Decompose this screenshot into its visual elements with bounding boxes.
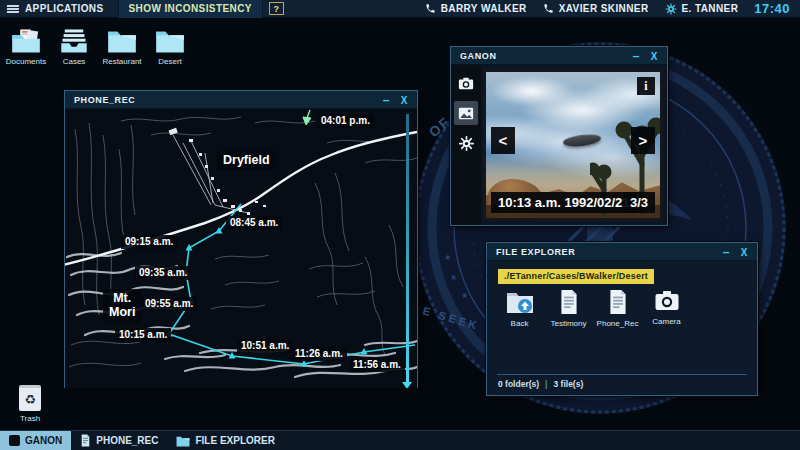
window-title: GANON (451, 51, 497, 61)
photo-timestamp: 10:13 a.m. 1992/02/21 (491, 192, 637, 213)
document-icon (607, 289, 629, 315)
svg-text:★: ★ (444, 253, 451, 262)
taskbar-item-label: FILE EXPLORER (195, 435, 274, 446)
settings-tool-button[interactable] (454, 131, 478, 155)
desktop-icon-cases[interactable]: Cases (52, 28, 96, 66)
previous-photo-button[interactable]: < (491, 127, 515, 154)
camera-icon (458, 77, 474, 90)
clock: 17:40 (754, 1, 790, 16)
contact-barry-walker[interactable]: BARRY WALKER (425, 3, 527, 14)
taskbar-item-label: PHONE_REC (96, 435, 158, 446)
taskbar-item-label: GANON (25, 435, 62, 446)
folder-icon (107, 28, 137, 54)
documents-folder-icon (11, 28, 41, 54)
file-list: Back Testimony Phone_Rec (495, 289, 691, 328)
photo-index: 3/3 (623, 192, 655, 213)
ganon-toolbar (451, 65, 481, 225)
game-desktop: OF E SEEK ★★★ APPLICATIONS SHOW INCONSIS… (0, 0, 800, 450)
desktop-icon-desert[interactable]: Desert (148, 28, 192, 66)
taskbar: GANON PHONE_REC FILE EXPLORER (0, 430, 800, 450)
desktop-icon-documents[interactable]: Documents (4, 28, 48, 66)
town-label: Dryfield (217, 151, 276, 170)
minimize-button[interactable]: – (379, 91, 393, 109)
mountain-label-line2: Mori (109, 305, 135, 319)
waypoint-label: 08:45 a.m. (226, 216, 282, 230)
svg-text:★: ★ (450, 273, 457, 282)
taskbar-item-file-explorer[interactable]: FILE EXPLORER (167, 431, 283, 450)
minimize-button[interactable]: – (719, 243, 733, 261)
file-explorer-window: FILE EXPLORER – X ./ETanner/Cases/BWalke… (486, 242, 758, 396)
file-explorer-titlebar[interactable]: FILE EXPLORER – X (487, 243, 757, 261)
close-button[interactable]: X (397, 91, 411, 109)
folder-up-icon (506, 289, 534, 315)
ganon-titlebar[interactable]: GANON – X (451, 47, 667, 65)
document-icon (80, 434, 91, 447)
desert-ufo-photo: i < > 10:13 a.m. 1992/02/21 3/3 (483, 69, 663, 221)
scroll-down-arrow-icon[interactable] (402, 382, 412, 388)
path-bar[interactable]: ./ETanner/Cases/BWalker/Desert (498, 269, 654, 284)
taskbar-item-ganon[interactable]: GANON (0, 431, 71, 450)
file-item-camera[interactable]: Camera (642, 289, 691, 328)
phone-rec-titlebar[interactable]: PHONE_REC – X (65, 91, 417, 109)
status-divider (497, 374, 747, 375)
phone-record-map[interactable]: Dryfield Mt. Mori 04:01 p.m. 08:45 a.m. … (65, 109, 417, 388)
contact-xavier-skinner[interactable]: XAVIER SKINNER (543, 3, 649, 14)
waypoint-label: 11:56 a.m. (349, 358, 405, 372)
waypoint-label: 09:55 a.m. (141, 297, 197, 311)
waypoint-label: 11:26 a.m. (291, 347, 347, 361)
trash-icon[interactable]: ♻ Trash (8, 385, 52, 423)
file-item-label: Back (495, 319, 544, 328)
status-bar: 0 folder(s)|3 file(s) (498, 379, 583, 389)
folder-icon (155, 28, 185, 54)
image-viewer-tool-button[interactable] (454, 101, 478, 125)
cases-tray-icon (59, 28, 89, 54)
minimize-button[interactable]: – (629, 47, 643, 65)
recycle-bin-icon: ♻ (19, 385, 41, 411)
mountain-label-line1: Mt. (109, 291, 135, 305)
event-time-label: 04:01 p.m. (317, 114, 374, 128)
window-title: FILE EXPLORER (487, 247, 575, 257)
file-count: 3 file(s) (553, 379, 583, 389)
user-e-tanner[interactable]: E. TANNER (665, 3, 739, 15)
contact-name: XAVIER SKINNER (559, 3, 649, 14)
help-button[interactable]: ? (269, 2, 284, 15)
waypoint-label: 10:51 a.m. (237, 339, 293, 353)
phone-icon (425, 3, 436, 14)
desktop-icon-label: Restaurant (100, 57, 144, 66)
photo-info-button[interactable]: i (637, 77, 655, 95)
contact-name: BARRY WALKER (441, 3, 527, 14)
phone-rec-window: PHONE_REC – X (64, 90, 418, 388)
waypoint-label: 10:15 a.m. (115, 328, 171, 342)
desktop-icon-restaurant[interactable]: Restaurant (100, 28, 144, 66)
trash-label: Trash (8, 414, 52, 423)
next-photo-button[interactable]: > (631, 127, 655, 154)
ganon-app-icon (9, 435, 20, 446)
camera-icon (654, 289, 680, 313)
taskbar-item-phone-rec[interactable]: PHONE_REC (71, 431, 167, 450)
desktop-icon-label: Cases (52, 57, 96, 66)
folder-count: 0 folder(s) (498, 379, 539, 389)
mountain-label: Mt. Mori (103, 289, 141, 323)
top-menu-bar: APPLICATIONS SHOW INCONSISTENCY ? BARRY … (0, 0, 800, 18)
file-item-phone-rec[interactable]: Phone_Rec (593, 289, 642, 328)
waypoint-label: 09:15 a.m. (121, 235, 177, 249)
close-button[interactable]: X (737, 243, 751, 261)
camera-tool-button[interactable] (454, 71, 478, 95)
contact-name: E. TANNER (682, 3, 739, 14)
desktop-icon-label: Desert (148, 57, 192, 66)
map-scrollbar[interactable] (406, 114, 409, 382)
ganon-window: GANON – X (450, 46, 668, 226)
file-item-label: Camera (642, 317, 691, 326)
desktop-icons: Documents Cases Restaurant Desert (4, 28, 192, 66)
file-item-label: Phone_Rec (593, 319, 642, 328)
window-title: PHONE_REC (65, 95, 135, 105)
file-item-label: Testimony (544, 319, 593, 328)
close-button[interactable]: X (647, 47, 661, 65)
applications-menu[interactable]: APPLICATIONS (25, 3, 104, 14)
file-item-testimony[interactable]: Testimony (544, 289, 593, 328)
show-inconsistency-button[interactable]: SHOW INCONSISTENCY (118, 0, 263, 18)
status-separator: | (545, 379, 547, 389)
desktop-icon-label: Documents (4, 57, 48, 66)
svg-text:★: ★ (461, 291, 468, 300)
file-item-back[interactable]: Back (495, 289, 544, 328)
